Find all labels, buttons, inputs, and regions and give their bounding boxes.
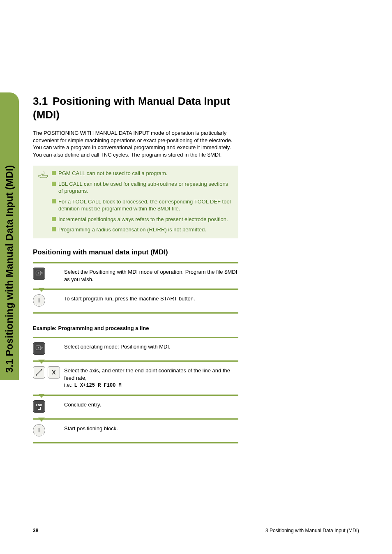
footer-chapter: 3 Positioning with Manual Data Input (MD… xyxy=(265,528,359,533)
example-heading: Example: Programming and processing a li… xyxy=(33,325,310,331)
start-key-icon: I xyxy=(33,424,45,436)
step-text-prefix: i.e.: xyxy=(64,382,74,388)
page-footer: 38 3 Positioning with Manual Data Input … xyxy=(33,528,359,533)
end-key-square xyxy=(38,407,41,410)
info-text: For a TOOL CALL block to processed, the … xyxy=(58,198,233,212)
info-text: Incremental positionings always refers t… xyxy=(58,216,228,223)
step-text: Select operating mode: Positioning with … xyxy=(64,342,238,351)
bullet-icon xyxy=(52,199,56,203)
info-item: For a TOOL CALL block to processed, the … xyxy=(52,198,233,212)
svg-point-5 xyxy=(36,374,37,376)
step-end-rule xyxy=(33,442,238,443)
step-row: END Conclude entry. xyxy=(33,395,238,418)
section-number: 3.1 xyxy=(33,95,53,108)
line-key-icon xyxy=(33,366,45,379)
end-key-label: END xyxy=(36,404,42,406)
mdi-mode-key-icon xyxy=(33,342,45,355)
flow-arrow-icon xyxy=(38,418,45,422)
mdi-mode-key-icon xyxy=(33,268,45,280)
intro-paragraph: The POSITIONING WITH MANUAL DATA INPUT m… xyxy=(33,129,238,158)
step-row: I To start program run, press the machin… xyxy=(33,289,238,312)
step-text: Start positioning block. xyxy=(64,424,238,432)
bullet-icon xyxy=(52,217,56,221)
step-row: I Start positioning block. xyxy=(33,418,238,442)
step-row: X Select the axis, and enter the end-poi… xyxy=(33,360,238,395)
info-item: LBL CALL can not be used for calling sub… xyxy=(52,180,233,195)
info-hand-icon xyxy=(35,170,52,233)
step-row: Select operating mode: Positioning with … xyxy=(33,337,238,360)
bullet-icon xyxy=(52,182,56,186)
flow-arrow-icon xyxy=(38,394,45,398)
info-box: PGM CALL can not be used to call a progr… xyxy=(33,166,238,238)
info-text: PGM CALL can not be used to call a progr… xyxy=(58,170,167,177)
step-text-line: Select the axis, and enter the end-point… xyxy=(64,367,230,381)
info-item: PGM CALL can not be used to call a progr… xyxy=(52,170,233,177)
info-text: Programming a radius compensation (RL/RR… xyxy=(58,226,206,233)
section-title: Positioning with Manual Data Input (MDI) xyxy=(33,95,230,121)
code-sample: L X+125 R F100 M xyxy=(74,383,122,388)
svg-point-1 xyxy=(38,272,39,274)
step-text: Conclude entry. xyxy=(64,400,238,409)
side-tab-text: 3.1 Positioning with Manual Data Input (… xyxy=(4,102,15,373)
side-tab: 3.1 Positioning with Manual Data Input (… xyxy=(0,92,24,380)
step-text: Select the axis, and enter the end-point… xyxy=(64,366,238,389)
step-end-rule xyxy=(33,312,238,314)
start-key-icon: I xyxy=(33,294,45,307)
step-row: Select the Positioning with MDI mode of … xyxy=(33,262,238,289)
bullet-icon xyxy=(52,171,56,175)
info-item: Incremental positionings always refers t… xyxy=(52,216,233,223)
svg-line-4 xyxy=(37,370,42,375)
axis-x-key-icon: X xyxy=(48,366,60,379)
svg-point-3 xyxy=(38,347,39,349)
svg-point-6 xyxy=(41,369,42,370)
subheading: Positioning with manual data input (MDI) xyxy=(33,248,310,256)
section-heading: 3.1Positioning with Manual Data Input (M… xyxy=(33,95,238,121)
info-item: Programming a radius compensation (RL/RR… xyxy=(52,226,233,233)
info-text: LBL CALL can not be used for calling sub… xyxy=(58,180,233,195)
flow-arrow-icon xyxy=(38,360,45,364)
flow-arrow-icon xyxy=(38,288,45,292)
bullet-icon xyxy=(52,227,56,231)
info-list: PGM CALL can not be used to call a progr… xyxy=(52,170,233,233)
end-key-icon: END xyxy=(33,400,45,413)
step-text: Select the Positioning with MDI mode of … xyxy=(64,268,238,283)
step-text: To start program run, press the machine … xyxy=(64,294,238,302)
page-number: 38 xyxy=(33,528,38,533)
